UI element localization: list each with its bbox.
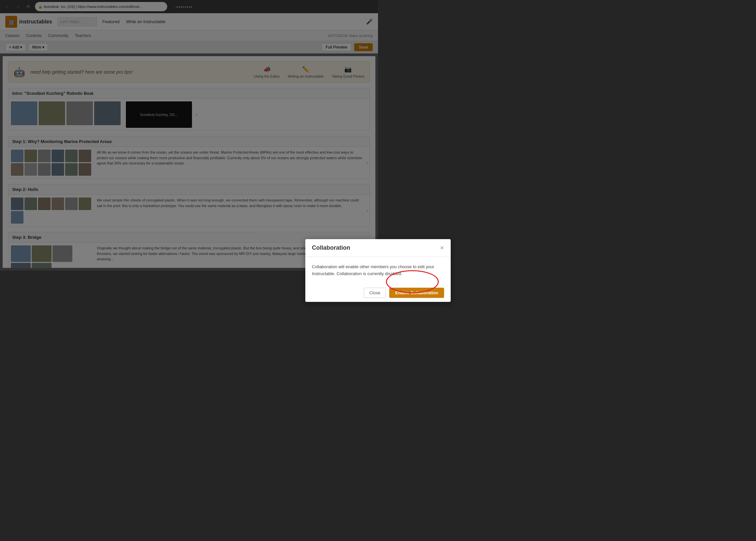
modal-body-text: Collaboration will enable other members … — [312, 264, 378, 270]
modal-title: Collaboration — [312, 245, 350, 251]
modal-header: Collaboration ✕ — [305, 239, 378, 257]
modal-overlay: Collaboration ✕ Collaboration will enabl… — [0, 0, 378, 270]
collaboration-modal: Collaboration ✕ Collaboration will enabl… — [305, 239, 378, 270]
modal-body: Collaboration will enable other members … — [305, 257, 378, 270]
